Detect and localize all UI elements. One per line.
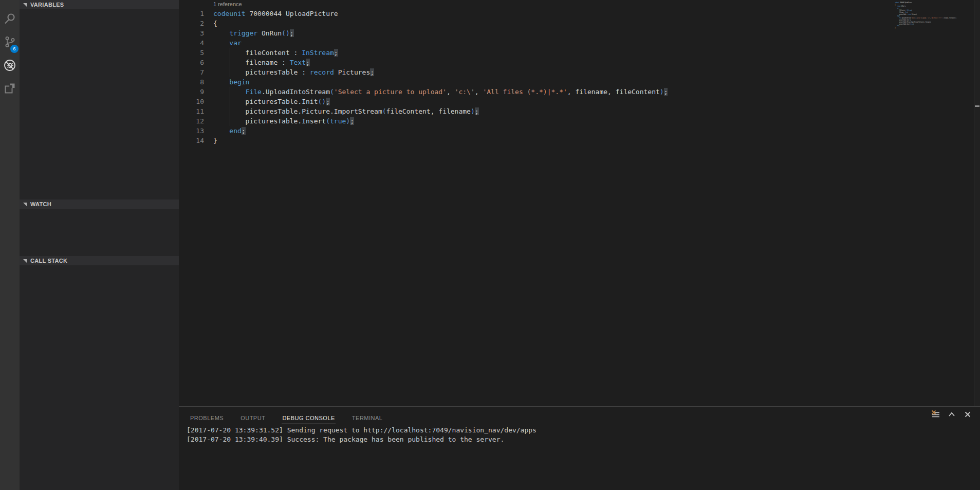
debug-icon [3, 59, 16, 72]
indent-guide [230, 116, 230, 126]
section-label: WATCH [30, 201, 51, 207]
minimap-content: codeunit 70000044 UploadPicture{ trigger… [894, 2, 971, 29]
debug-sidebar: VARIABLES WATCH CALL STACK [20, 0, 179, 490]
line-number: 9 [179, 87, 204, 97]
indent-guide [230, 58, 230, 67]
code-line[interactable]: 7 picturesTable : record Pictures; [179, 67, 980, 77]
chevron-up-icon [948, 410, 956, 421]
activity-item-search[interactable] [0, 7, 20, 30]
codelens-references[interactable]: 1 reference [179, 0, 980, 9]
code-line[interactable]: 12 picturesTable.Insert(true); [179, 116, 980, 126]
code-line[interactable]: 2{ [179, 19, 980, 28]
minimap[interactable]: codeunit 70000044 UploadPicture{ trigger… [894, 2, 972, 35]
console-line: [2017-07-20 13:39:31.52] Sending request… [187, 426, 980, 435]
vscode-window: { "activity_bar": { "items": [ { "label"… [0, 0, 980, 490]
console-line: [2017-07-20 13:39:40.39] Success: The pa… [187, 435, 980, 444]
code-line[interactable]: 10 picturesTable.Init(); [179, 97, 980, 106]
indent-guide [230, 97, 230, 106]
section-header-variables[interactable]: VARIABLES [20, 0, 179, 9]
code-line[interactable]: 5 fileContent : InStream; [179, 48, 980, 58]
indent-guide [230, 87, 230, 97]
line-number: 4 [179, 38, 204, 48]
collapse-triangle-icon [23, 203, 27, 206]
indent-guide [230, 48, 230, 58]
maximize-panel-button[interactable] [947, 410, 957, 421]
panel-tab-output[interactable]: OUTPUT [240, 410, 266, 424]
overview-ruler-marker [975, 105, 979, 107]
code-line[interactable]: 4 var [179, 38, 980, 48]
code-area: 1codeunit 70000044 UploadPicture2{3 trig… [179, 9, 980, 146]
line-number: 3 [179, 28, 204, 38]
code-line[interactable]: 13 end; [179, 126, 980, 136]
section-label: CALL STACK [30, 258, 67, 264]
indent-guide [230, 106, 230, 116]
line-number: 5 [179, 48, 204, 58]
panel-tab-bar: PROBLEMSOUTPUTDEBUG CONSOLETERMINAL [179, 407, 980, 424]
search-icon [3, 12, 16, 26]
indent-guide [230, 67, 230, 77]
activity-item-source-control[interactable]: 6 [0, 30, 20, 53]
editor: 1 reference 1codeunit 70000044 UploadPic… [179, 0, 980, 406]
code-line[interactable]: 9 File.UploadIntoStream('Select a pictur… [179, 87, 980, 97]
section-label: VARIABLES [30, 2, 64, 8]
line-number: 2 [179, 19, 204, 28]
section-header-watch[interactable]: WATCH [20, 199, 179, 209]
editor-scrollbar[interactable] [974, 0, 980, 406]
line-number: 13 [179, 126, 204, 136]
clear-console-icon [931, 410, 940, 421]
bottom-panel: PROBLEMSOUTPUTDEBUG CONSOLETERMINAL [179, 406, 980, 490]
line-number: 12 [179, 116, 204, 126]
activity-item-extensions[interactable] [0, 77, 20, 100]
line-number: 14 [179, 136, 204, 146]
collapse-triangle-icon [23, 3, 27, 7]
line-number: 8 [179, 77, 204, 87]
line-number: 6 [179, 58, 204, 67]
activity-bar: 6 [0, 0, 20, 490]
code-line: } [894, 27, 971, 29]
line-number: 7 [179, 67, 204, 77]
line-number: 10 [179, 97, 204, 106]
close-panel-button[interactable] [963, 410, 973, 421]
code-line[interactable]: 14} [179, 136, 980, 146]
source-control-badge: 6 [10, 45, 19, 53]
collapse-triangle-icon [23, 259, 27, 263]
panel-actions [931, 410, 973, 421]
code-line[interactable]: 8 begin [179, 77, 980, 87]
code-line[interactable]: 11 picturesTable.Picture.ImportStream(fi… [179, 106, 980, 116]
section-header-call-stack[interactable]: CALL STACK [20, 256, 179, 265]
activity-item-debug[interactable] [0, 53, 20, 77]
panel-tab-terminal[interactable]: TERMINAL [352, 410, 383, 424]
code-line[interactable]: 3 trigger OnRun(); [179, 28, 980, 38]
code-line[interactable]: 1codeunit 70000044 UploadPicture [179, 9, 980, 19]
extensions-icon [3, 82, 16, 95]
debug-console-output: [2017-07-20 13:39:31.52] Sending request… [179, 424, 980, 444]
code-line[interactable]: 6 filename : Text; [179, 58, 980, 67]
clear-console-button[interactable] [931, 410, 941, 421]
panel-tab-debug-console[interactable]: DEBUG CONSOLE [282, 410, 335, 424]
line-number: 11 [179, 106, 204, 116]
panel-tab-problems[interactable]: PROBLEMS [190, 410, 224, 424]
line-number: 1 [179, 9, 204, 19]
close-icon [964, 411, 971, 420]
